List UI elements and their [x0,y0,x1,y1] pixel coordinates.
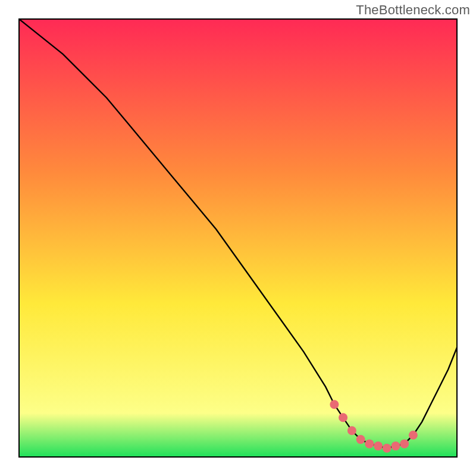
bottleneck-chart [0,0,476,476]
marker-dot [409,431,418,440]
marker-dot [339,413,347,422]
marker-dot [392,441,400,450]
plot-background [19,19,457,457]
chart-container: TheBottleneck.com [0,0,476,476]
marker-dot [374,441,383,450]
marker-dot [347,426,356,435]
watermark-text: TheBottleneck.com [356,2,470,18]
marker-dot [356,435,365,444]
marker-dot [400,439,409,448]
marker-dot [330,400,339,409]
marker-dot [365,439,374,448]
marker-dot [383,444,392,453]
